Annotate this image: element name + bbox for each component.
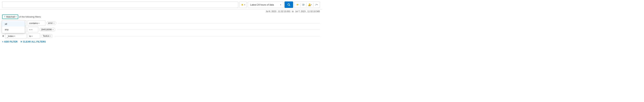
bell-icon: 🔔	[308, 3, 311, 6]
search-input[interactable]	[4, 4, 237, 6]
grid-plus-badge: +	[304, 4, 305, 6]
filter-actions-row: + ADD FILTER ✕ CLEAR ALL FILTERS	[2, 40, 320, 44]
filter-2-tag-remove[interactable]: ×	[52, 28, 54, 31]
time-range-label: Latest 24 hours of data	[250, 4, 274, 6]
divider-2	[306, 3, 306, 7]
saved-search-dropdown[interactable]: ★ ▾	[240, 2, 247, 8]
share-button[interactable]: ↗ ▾	[314, 3, 319, 7]
filter-2-operator-label: =	[29, 28, 31, 31]
share-dropdown-arrow: ▾	[317, 4, 318, 6]
add-filter-button[interactable]: + ADD FILTER	[2, 40, 18, 43]
filter-1-tag-error: error ×	[46, 21, 56, 25]
svg-line-1	[289, 5, 290, 6]
search-icon	[288, 3, 290, 6]
search-button[interactable]	[284, 2, 293, 8]
filter-3-field-chevron: ▾	[14, 35, 15, 37]
filter-2-operator-dropdown[interactable]: = ▾	[28, 27, 38, 32]
filter-3-tag-remove[interactable]: ×	[50, 35, 51, 37]
filter-row-2: ✕ __W ... ▾ = ▾ 284518096 ×	[2, 27, 320, 32]
match-type-label: Matchall	[6, 15, 15, 18]
top-bar: ★ ▾ Latest 24 hours of data ▾ ★ + ⊞ + 🔔 …	[0, 0, 322, 10]
match-type-dropdown: all any	[2, 20, 25, 33]
bell-dropdown-arrow: ▾	[311, 4, 312, 6]
filter-row-1: ✕ tex ▾ contains ▾ error ×	[2, 20, 320, 26]
filter-1-operator-chevron: ▾	[38, 22, 40, 24]
date-to-label: to	[292, 10, 294, 13]
of-following-label: of the following filters:	[19, 15, 41, 18]
match-all-row: ⇑ Matchall ▾ of the following filters: a…	[2, 15, 320, 19]
match-type-button[interactable]: ⇑ Matchall ▾	[2, 15, 18, 19]
star-icon: ★	[241, 3, 244, 7]
search-wrapper	[2, 2, 238, 8]
clear-all-filters-button[interactable]: ✕ CLEAR ALL FILTERS	[20, 40, 46, 43]
share-icon: ↗	[315, 3, 317, 6]
match-up-arrow-icon: ⇑	[4, 16, 6, 18]
dropdown-item-all[interactable]: all	[2, 21, 25, 27]
date-until: Jul 7, 2023 , 11:32:10.565	[295, 10, 320, 13]
save-search-button[interactable]: ★ +	[295, 2, 300, 7]
filter-1-tag-remove[interactable]: ×	[53, 22, 54, 24]
alert-button[interactable]: 🔔 ▾	[307, 3, 313, 7]
filter-3-operator-chevron: ▾	[32, 35, 32, 37]
remove-filter-3-button[interactable]: ✕	[2, 35, 4, 37]
star-dropdown-chevron: ▾	[244, 4, 245, 6]
filter-area: ⇑ Matchall ▾ of the following filters: a…	[0, 14, 322, 45]
filter-3-field-dropdown[interactable]: _index ▾	[5, 33, 26, 39]
filter-3-tag-value: TestUx	[43, 35, 50, 37]
filter-2-tag-value-label: 284518096	[41, 28, 52, 31]
filter-2-tag-value: 284518096 ×	[40, 28, 55, 31]
divider-1	[300, 3, 301, 7]
action-buttons-group: ★ + ⊞ + 🔔 ▾ ↗ ▾	[294, 2, 320, 8]
filter-row-3: ✕ _index ▾ is ▾ TestUx ×	[2, 33, 320, 39]
filter-3-field-label: _index	[7, 35, 14, 37]
filter-1-line	[58, 23, 320, 23]
filter-3-line	[54, 36, 320, 36]
date-from: Jul 6, 2023 , 11:32:10.001	[266, 10, 290, 13]
filter-1-operator-dropdown[interactable]: contains ▾	[28, 20, 46, 26]
date-range-row: Jul 6, 2023 , 11:32:10.001 to Jul 7, 202…	[0, 10, 322, 14]
time-range-dropdown[interactable]: Latest 24 hours of data ▾	[248, 2, 284, 8]
divider-3	[313, 3, 314, 7]
time-range-chevron: ▾	[280, 4, 281, 6]
filter-1-tag-value: error	[48, 22, 53, 24]
filter-3-operator-dropdown[interactable]: is ▾	[28, 33, 40, 39]
save-plus-badge: +	[298, 4, 299, 6]
filter-2-operator-chevron: ▾	[32, 29, 32, 31]
filter-3-operator-label: is	[29, 35, 31, 37]
filter-1-operator-label: contains	[29, 22, 38, 25]
dashboard-button[interactable]: ⊞ +	[301, 3, 306, 7]
match-dropdown-chevron: ▾	[16, 16, 16, 18]
dropdown-item-any[interactable]: any	[2, 27, 25, 32]
filter-3-tag-testux: TestUx ×	[41, 34, 53, 38]
